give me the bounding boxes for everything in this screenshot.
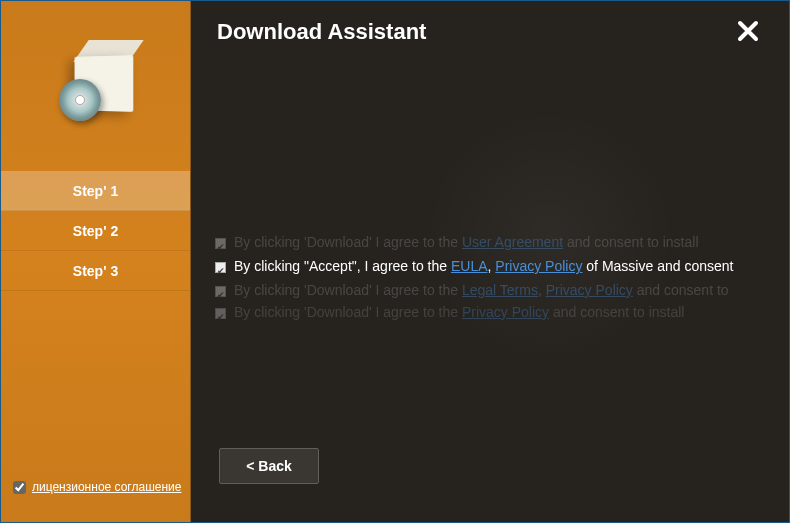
legal-terms-link[interactable]: Legal Terms [462,282,538,298]
consent-text: By clicking 'Download' I agree to the [234,234,462,250]
consent-checkbox-2[interactable] [215,286,226,297]
consent-text: of Massive and consent [582,258,733,274]
eula-link[interactable]: EULA [451,258,488,274]
consent-text: By clicking 'Download' I agree to the [234,304,462,320]
consent-list: By clicking 'Download' I agree to the Us… [215,231,769,341]
license-checkbox[interactable] [13,481,26,494]
consent-text: , [538,282,546,298]
privacy-policy-link-2[interactable]: Privacy Policy [546,282,633,298]
consent-row-2: By clicking 'Download' I agree to the Le… [215,279,769,301]
user-agreement-link[interactable]: User Agreement [462,234,563,250]
consent-text: and consent to install [563,234,698,250]
steps-list: Step' 1 Step' 2 Step' 3 [1,171,190,291]
installer-window: Step' 1 Step' 2 Step' 3 лицензионное сог… [0,0,790,523]
step-2[interactable]: Step' 2 [1,211,190,251]
close-icon [736,19,760,43]
consent-text: By clicking 'Download' I agree to the [234,282,462,298]
main-panel: Download Assistant By clicking 'Download… [191,1,789,522]
close-button[interactable] [733,19,763,49]
consent-checkbox-1[interactable] [215,262,226,273]
privacy-policy-link[interactable]: Privacy Policy [495,258,582,274]
license-agreement-link[interactable]: лицензионное соглашение [32,480,181,494]
consent-checkbox-0[interactable] [215,238,226,249]
consent-checkbox-3[interactable] [215,308,226,319]
installer-box-icon [51,31,141,121]
consent-text: and consent to install [549,304,684,320]
sidebar: Step' 1 Step' 2 Step' 3 лицензионное сог… [1,1,191,522]
consent-row-3: By clicking 'Download' I agree to the Pr… [215,301,769,323]
back-button[interactable]: < Back [219,448,319,484]
step-3[interactable]: Step' 3 [1,251,190,291]
consent-row-0: By clicking 'Download' I agree to the Us… [215,231,769,253]
consent-text: By clicking "Accept", I agree to the [234,258,451,274]
header: Download Assistant [191,1,789,59]
privacy-policy-link-3[interactable]: Privacy Policy [462,304,549,320]
consent-text: and consent to [633,282,729,298]
page-title: Download Assistant [217,19,426,45]
license-footer: лицензионное соглашение [13,480,181,494]
consent-row-1: By clicking "Accept", I agree to the EUL… [215,255,769,277]
step-1[interactable]: Step' 1 [1,171,190,211]
